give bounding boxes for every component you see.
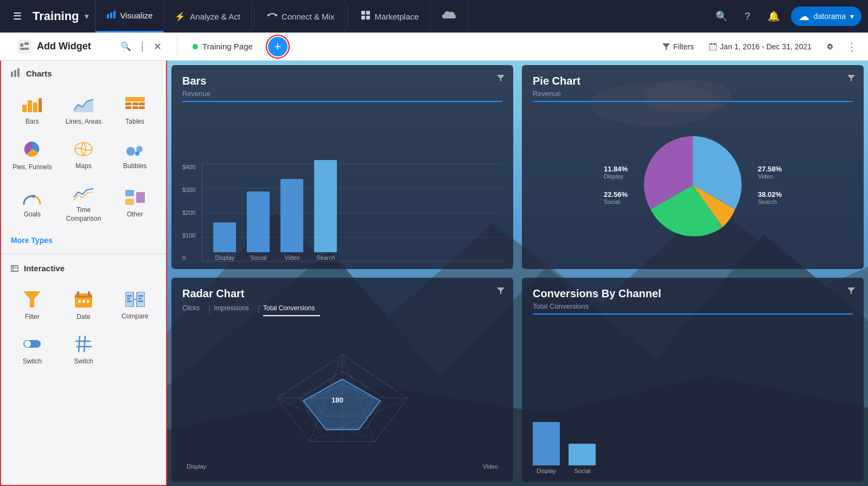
switch2-icon <box>75 336 92 354</box>
svg-rect-23 <box>125 97 145 101</box>
bar-search: Search <box>314 160 337 261</box>
nav-item-connect[interactable]: Connect & Mix <box>257 0 346 33</box>
compare-label: Compare <box>122 312 148 321</box>
widget-type-lines-areas[interactable]: Lines, Areas <box>58 89 110 133</box>
nav-item-visualize[interactable]: Visualize <box>95 0 164 33</box>
bars-widget-title: Bars <box>182 75 502 87</box>
conversions-widget-subtitle: Total Conversions <box>533 302 853 315</box>
switch1-label: Switch <box>23 357 42 366</box>
salesforce-cloud-icon: ☁ <box>799 10 809 23</box>
widget-type-date[interactable]: Date <box>58 284 110 328</box>
bubbles-icon <box>125 142 145 159</box>
svg-rect-28 <box>132 106 138 109</box>
tab-total-conversions[interactable]: Total Conversions <box>263 302 320 316</box>
panel-close-icon[interactable]: ✕ <box>154 41 162 53</box>
tab-separator1: | <box>205 302 214 316</box>
widget-type-filter[interactable]: Filter <box>7 284 58 328</box>
nav-item-cloud[interactable] <box>430 0 468 33</box>
left-panel: Charts Bars <box>0 61 167 486</box>
conv-bar-social: Social <box>569 444 596 474</box>
svg-rect-26 <box>139 103 145 105</box>
bars-filter-icon[interactable] <box>497 74 505 84</box>
maps-icon <box>74 142 93 159</box>
filter-label: Filters <box>673 42 694 51</box>
widget-type-bubbles[interactable]: Bubbles <box>109 133 161 178</box>
help-button[interactable]: ? <box>739 8 756 25</box>
date-range-label: Jan 1, 2016 - Dec 31, 2021 <box>720 42 812 51</box>
pie-widget-subtitle: Revenue <box>533 89 853 102</box>
compare-icon <box>125 292 145 309</box>
conversions-filter-icon[interactable] <box>847 286 855 296</box>
radar-filter-icon[interactable] <box>497 286 505 296</box>
bar-video-label: Video <box>285 254 300 261</box>
pie-label-social: 22.56% Social <box>604 190 628 205</box>
pie-name-search: Search <box>758 199 782 205</box>
panel-search-icon[interactable]: 🔍 <box>120 41 131 52</box>
widget-type-time-comparison[interactable]: Time Comparison <box>58 178 110 229</box>
pie-pct-social: 22.56% <box>604 190 628 199</box>
y-label-400: $400 <box>182 164 195 170</box>
svg-rect-20 <box>33 103 37 112</box>
more-types-link[interactable]: More Types <box>1 229 166 251</box>
time-comparison-icon <box>74 186 93 203</box>
app-title-section[interactable]: Training ▾ <box>28 0 95 33</box>
widget-type-tables[interactable]: Tables <box>109 89 161 133</box>
widget-type-bars[interactable]: Bars <box>7 89 58 133</box>
page-dot <box>193 44 198 49</box>
svg-rect-5 <box>361 11 365 15</box>
svg-rect-17 <box>17 68 20 77</box>
radar-label-display: Display <box>187 463 206 470</box>
bar-social-label: Social <box>251 254 267 261</box>
page-name: Training Page <box>202 42 253 51</box>
connect-icon <box>267 11 277 21</box>
page-tab[interactable]: Training Page <box>184 42 261 51</box>
widget-type-compare[interactable]: Compare <box>109 284 161 328</box>
goals-icon <box>23 190 41 207</box>
pie-chart-svg <box>639 131 747 239</box>
radar-widget-title: Radar Chart <box>182 287 502 300</box>
svg-rect-10 <box>24 42 29 45</box>
add-widget-button[interactable]: + <box>268 37 288 56</box>
visibility-icon[interactable] <box>822 39 838 54</box>
widget-type-goals[interactable]: Goals <box>7 178 58 229</box>
svg-rect-41 <box>75 296 92 298</box>
svg-rect-25 <box>132 103 138 105</box>
add-widget-title: Add Widget <box>37 41 115 52</box>
pie-filter-icon[interactable] <box>847 74 855 84</box>
lines-areas-label: Lines, Areas <box>66 118 101 126</box>
radar-chart-svg: 180 <box>261 349 424 447</box>
nav-item-marketplace[interactable]: Marketplace <box>350 0 430 33</box>
filters-button[interactable]: Filters <box>658 42 698 51</box>
hamburger-menu[interactable]: ☰ <box>7 5 28 27</box>
other-icon <box>125 190 145 207</box>
svg-point-4 <box>275 14 277 16</box>
salesforce-brand[interactable]: ☁ datorama ▾ <box>791 7 861 26</box>
conv-label-display: Display <box>537 468 556 474</box>
widget-type-other[interactable]: Other <box>109 178 161 229</box>
interactive-section-header: Interactive <box>1 256 166 278</box>
widget-type-pies-funnels[interactable]: Pies, Funnels <box>7 133 58 178</box>
svg-rect-29 <box>139 106 145 109</box>
conversions-widget-title: Conversions By Channel <box>533 287 853 300</box>
notifications-button[interactable]: 🔔 <box>765 8 782 25</box>
more-options-icon[interactable]: ⋮ <box>844 40 859 53</box>
svg-rect-18 <box>22 105 27 112</box>
widget-type-switch2[interactable]: Switch <box>58 328 110 373</box>
bubbles-label: Bubbles <box>123 162 146 171</box>
nav-visualize-label: Visualize <box>120 11 153 20</box>
switch2-label: Switch <box>74 357 93 366</box>
marketplace-icon <box>361 11 370 22</box>
svg-rect-43 <box>88 291 90 296</box>
nav-item-analyze[interactable]: ⚡ Analyze & Act <box>164 0 252 33</box>
svg-text:180: 180 <box>331 396 343 404</box>
widget-type-maps[interactable]: Maps <box>58 133 110 178</box>
date-range[interactable]: Jan 1, 2016 - Dec 31, 2021 <box>705 42 816 51</box>
search-button[interactable]: 🔍 <box>713 8 730 25</box>
charts-icon <box>11 68 21 79</box>
widget-type-switch1[interactable]: Switch <box>7 328 58 373</box>
svg-rect-49 <box>127 295 132 297</box>
tab-clicks[interactable]: Clicks <box>182 302 205 316</box>
widgets-grid: Bars Revenue $400 $300 $200 $100 0 <box>167 61 868 486</box>
filter-icon <box>23 291 41 310</box>
tab-impressions[interactable]: Impressions <box>214 302 254 316</box>
